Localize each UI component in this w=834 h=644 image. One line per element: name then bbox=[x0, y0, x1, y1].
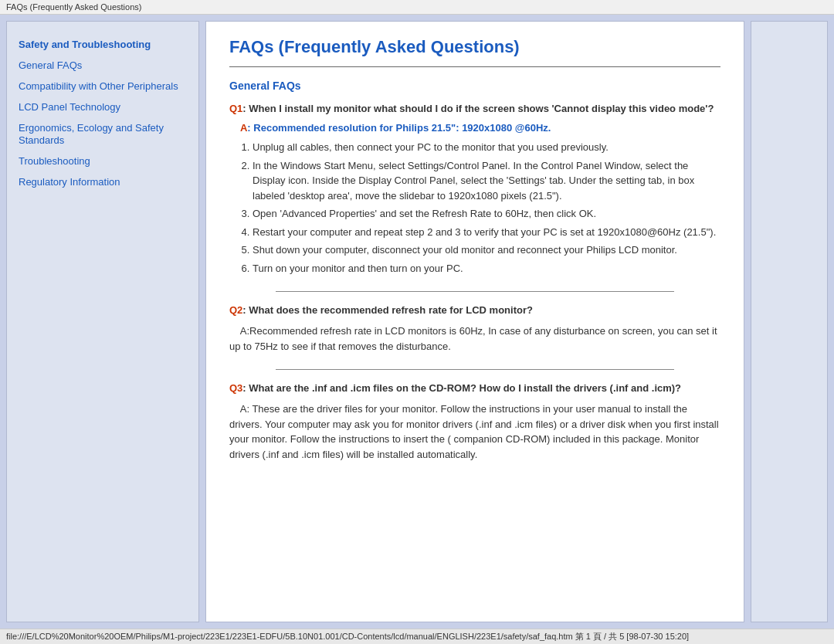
sidebar-item-ergonomics[interactable]: Ergonomics, Ecology and Safety Standards bbox=[19, 122, 187, 148]
right-panel bbox=[751, 21, 828, 622]
sidebar-item-regulatory[interactable]: Regulatory Information bbox=[19, 176, 187, 189]
section-heading: General FAQs bbox=[229, 80, 720, 92]
question-3: Q3: What are the .inf and .icm files on … bbox=[229, 382, 720, 394]
sidebar-item-general-faqs[interactable]: General FAQs bbox=[19, 59, 187, 73]
q2-text: : What does the recommended refresh rate… bbox=[242, 304, 533, 316]
title-divider bbox=[229, 66, 720, 67]
list-item: Turn on your monitor and then turn on yo… bbox=[253, 261, 720, 276]
page-title: FAQs (Frequently Asked Questions) bbox=[229, 37, 720, 57]
qa-block-3: Q3: What are the .inf and .icm files on … bbox=[229, 382, 720, 462]
title-bar: FAQs (Frequently Asked Questions) bbox=[0, 0, 834, 15]
inner-divider-2 bbox=[276, 369, 674, 370]
sidebar: Safety and TroubleshootingGeneral FAQsCo… bbox=[7, 31, 198, 205]
q3-label: Q3 bbox=[229, 382, 242, 394]
answer-3-text: A: These are the driver files for your m… bbox=[229, 402, 720, 462]
qa-block-1: Q1: When I install my monitor what shoul… bbox=[229, 103, 720, 276]
question-2: Q2: What does the recommended refresh ra… bbox=[229, 304, 720, 316]
a1-heading-text: : Recommended resolution for Philips 21.… bbox=[247, 122, 551, 134]
list-item: Unplug all cables, then connect your PC … bbox=[253, 140, 720, 155]
list-item: In the Windows Start Menu, select Settin… bbox=[253, 158, 720, 204]
left-panel: Safety and TroubleshootingGeneral FAQsCo… bbox=[6, 21, 199, 622]
qa-block-2: Q2: What does the recommended refresh ra… bbox=[229, 304, 720, 354]
answer-1-heading: A: Recommended resolution for Philips 21… bbox=[229, 122, 720, 134]
q3-text: : What are the .inf and .icm files on th… bbox=[242, 382, 681, 394]
list-item: Open 'Advanced Properties' and set the R… bbox=[253, 206, 720, 222]
list-item: Restart your computer and repeat step 2 … bbox=[253, 225, 720, 240]
answer-1-list: Unplug all cables, then connect your PC … bbox=[253, 140, 720, 276]
a3-body: : These are the driver files for your mo… bbox=[229, 403, 719, 460]
a1-label: A bbox=[240, 122, 247, 134]
a2-body: :Recommended refresh rate in LCD monitor… bbox=[229, 325, 717, 352]
status-bar: file:///E/LCD%20Monitor%20OEM/Philips/M1… bbox=[0, 629, 834, 644]
content-area: FAQs (Frequently Asked Questions) Genera… bbox=[205, 21, 744, 622]
inner-divider-1 bbox=[276, 291, 674, 292]
answer-2-text: A:Recommended refresh rate in LCD monito… bbox=[229, 324, 720, 354]
sidebar-item-troubleshooting[interactable]: Troubleshooting bbox=[19, 155, 187, 168]
title-bar-text: FAQs (Frequently Asked Questions) bbox=[6, 2, 141, 12]
q1-text: : When I install my monitor what should … bbox=[242, 103, 714, 114]
sidebar-item-lcd-panel[interactable]: LCD Panel Technology bbox=[19, 101, 187, 114]
sidebar-item-compatibility[interactable]: Compatibility with Other Peripherals bbox=[19, 80, 187, 93]
list-item: Shut down your computer, disconnect your… bbox=[253, 242, 720, 258]
q2-label: Q2 bbox=[229, 304, 242, 316]
status-bar-text: file:///E/LCD%20Monitor%20OEM/Philips/M1… bbox=[6, 632, 689, 641]
sidebar-item-safety[interactable]: Safety and Troubleshooting bbox=[19, 39, 187, 52]
question-1: Q1: When I install my monitor what shoul… bbox=[229, 103, 720, 114]
q1-label: Q1 bbox=[229, 103, 242, 114]
